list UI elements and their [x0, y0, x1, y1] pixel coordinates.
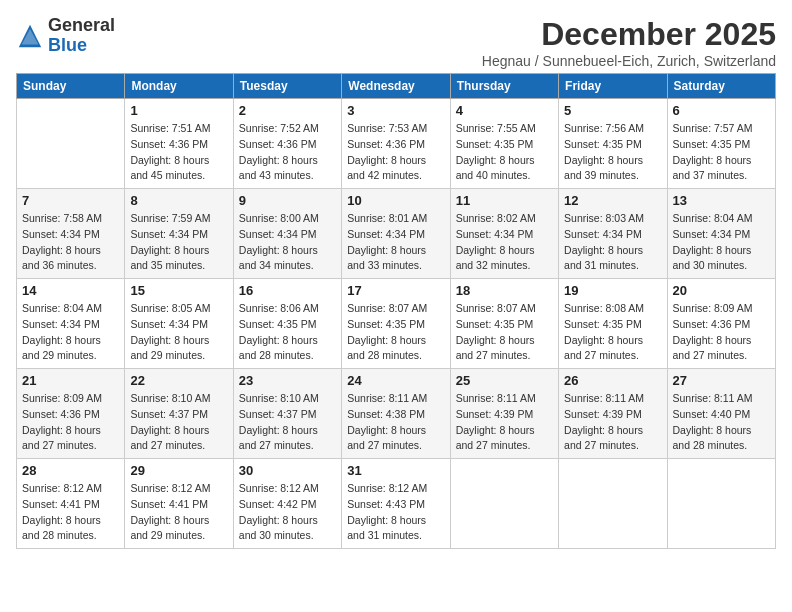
day-info: Sunrise: 8:09 AMSunset: 4:36 PMDaylight:… [22, 391, 119, 454]
day-number: 6 [673, 103, 770, 118]
calendar-cell: 3Sunrise: 7:53 AMSunset: 4:36 PMDaylight… [342, 99, 450, 189]
day-number: 16 [239, 283, 336, 298]
day-number: 15 [130, 283, 227, 298]
weekday-header: Sunday [17, 74, 125, 99]
calendar-cell: 17Sunrise: 8:07 AMSunset: 4:35 PMDayligh… [342, 279, 450, 369]
day-info: Sunrise: 8:12 AMSunset: 4:41 PMDaylight:… [130, 481, 227, 544]
day-info: Sunrise: 7:52 AMSunset: 4:36 PMDaylight:… [239, 121, 336, 184]
calendar-week-row: 1Sunrise: 7:51 AMSunset: 4:36 PMDaylight… [17, 99, 776, 189]
day-number: 28 [22, 463, 119, 478]
title-block: December 2025 Hegnau / Sunnebueel-Eich, … [482, 16, 776, 69]
calendar-cell [450, 459, 558, 549]
day-number: 9 [239, 193, 336, 208]
weekday-header: Wednesday [342, 74, 450, 99]
calendar-cell: 18Sunrise: 8:07 AMSunset: 4:35 PMDayligh… [450, 279, 558, 369]
day-info: Sunrise: 8:10 AMSunset: 4:37 PMDaylight:… [239, 391, 336, 454]
location-subtitle: Hegnau / Sunnebueel-Eich, Zurich, Switze… [482, 53, 776, 69]
day-number: 11 [456, 193, 553, 208]
day-number: 5 [564, 103, 661, 118]
calendar-cell: 15Sunrise: 8:05 AMSunset: 4:34 PMDayligh… [125, 279, 233, 369]
day-info: Sunrise: 8:11 AMSunset: 4:38 PMDaylight:… [347, 391, 444, 454]
logo: General Blue [16, 16, 115, 56]
day-number: 7 [22, 193, 119, 208]
day-info: Sunrise: 8:12 AMSunset: 4:43 PMDaylight:… [347, 481, 444, 544]
calendar-cell: 12Sunrise: 8:03 AMSunset: 4:34 PMDayligh… [559, 189, 667, 279]
calendar-cell: 21Sunrise: 8:09 AMSunset: 4:36 PMDayligh… [17, 369, 125, 459]
day-info: Sunrise: 8:01 AMSunset: 4:34 PMDaylight:… [347, 211, 444, 274]
day-info: Sunrise: 8:07 AMSunset: 4:35 PMDaylight:… [456, 301, 553, 364]
calendar-cell: 22Sunrise: 8:10 AMSunset: 4:37 PMDayligh… [125, 369, 233, 459]
day-number: 27 [673, 373, 770, 388]
calendar-cell: 19Sunrise: 8:08 AMSunset: 4:35 PMDayligh… [559, 279, 667, 369]
day-info: Sunrise: 7:57 AMSunset: 4:35 PMDaylight:… [673, 121, 770, 184]
day-number: 17 [347, 283, 444, 298]
day-number: 18 [456, 283, 553, 298]
calendar-week-row: 7Sunrise: 7:58 AMSunset: 4:34 PMDaylight… [17, 189, 776, 279]
weekday-header: Friday [559, 74, 667, 99]
day-info: Sunrise: 8:04 AMSunset: 4:34 PMDaylight:… [22, 301, 119, 364]
calendar-cell: 4Sunrise: 7:55 AMSunset: 4:35 PMDaylight… [450, 99, 558, 189]
weekday-header: Thursday [450, 74, 558, 99]
day-number: 31 [347, 463, 444, 478]
day-info: Sunrise: 7:59 AMSunset: 4:34 PMDaylight:… [130, 211, 227, 274]
day-info: Sunrise: 7:58 AMSunset: 4:34 PMDaylight:… [22, 211, 119, 274]
calendar-cell: 16Sunrise: 8:06 AMSunset: 4:35 PMDayligh… [233, 279, 341, 369]
day-number: 13 [673, 193, 770, 208]
calendar-cell: 24Sunrise: 8:11 AMSunset: 4:38 PMDayligh… [342, 369, 450, 459]
calendar-cell: 7Sunrise: 7:58 AMSunset: 4:34 PMDaylight… [17, 189, 125, 279]
day-info: Sunrise: 8:12 AMSunset: 4:42 PMDaylight:… [239, 481, 336, 544]
calendar-cell: 27Sunrise: 8:11 AMSunset: 4:40 PMDayligh… [667, 369, 775, 459]
calendar-cell [667, 459, 775, 549]
day-info: Sunrise: 8:10 AMSunset: 4:37 PMDaylight:… [130, 391, 227, 454]
logo-icon [16, 22, 44, 50]
day-info: Sunrise: 7:53 AMSunset: 4:36 PMDaylight:… [347, 121, 444, 184]
day-info: Sunrise: 8:04 AMSunset: 4:34 PMDaylight:… [673, 211, 770, 274]
calendar-cell: 2Sunrise: 7:52 AMSunset: 4:36 PMDaylight… [233, 99, 341, 189]
weekday-header: Saturday [667, 74, 775, 99]
day-number: 22 [130, 373, 227, 388]
day-info: Sunrise: 7:56 AMSunset: 4:35 PMDaylight:… [564, 121, 661, 184]
weekday-header: Tuesday [233, 74, 341, 99]
day-number: 20 [673, 283, 770, 298]
calendar-cell: 28Sunrise: 8:12 AMSunset: 4:41 PMDayligh… [17, 459, 125, 549]
day-number: 14 [22, 283, 119, 298]
calendar-cell: 13Sunrise: 8:04 AMSunset: 4:34 PMDayligh… [667, 189, 775, 279]
logo-blue-text: Blue [48, 35, 87, 55]
day-number: 8 [130, 193, 227, 208]
day-number: 30 [239, 463, 336, 478]
calendar-cell: 26Sunrise: 8:11 AMSunset: 4:39 PMDayligh… [559, 369, 667, 459]
day-number: 19 [564, 283, 661, 298]
calendar-cell: 8Sunrise: 7:59 AMSunset: 4:34 PMDaylight… [125, 189, 233, 279]
calendar-cell: 14Sunrise: 8:04 AMSunset: 4:34 PMDayligh… [17, 279, 125, 369]
day-info: Sunrise: 8:02 AMSunset: 4:34 PMDaylight:… [456, 211, 553, 274]
calendar-cell: 9Sunrise: 8:00 AMSunset: 4:34 PMDaylight… [233, 189, 341, 279]
day-number: 3 [347, 103, 444, 118]
day-number: 24 [347, 373, 444, 388]
calendar-header-row: SundayMondayTuesdayWednesdayThursdayFrid… [17, 74, 776, 99]
day-info: Sunrise: 8:07 AMSunset: 4:35 PMDaylight:… [347, 301, 444, 364]
calendar-week-row: 21Sunrise: 8:09 AMSunset: 4:36 PMDayligh… [17, 369, 776, 459]
day-number: 4 [456, 103, 553, 118]
month-title: December 2025 [482, 16, 776, 53]
day-info: Sunrise: 8:05 AMSunset: 4:34 PMDaylight:… [130, 301, 227, 364]
calendar-cell [17, 99, 125, 189]
calendar-cell: 30Sunrise: 8:12 AMSunset: 4:42 PMDayligh… [233, 459, 341, 549]
day-info: Sunrise: 8:11 AMSunset: 4:39 PMDaylight:… [564, 391, 661, 454]
day-number: 26 [564, 373, 661, 388]
calendar-week-row: 14Sunrise: 8:04 AMSunset: 4:34 PMDayligh… [17, 279, 776, 369]
calendar-table: SundayMondayTuesdayWednesdayThursdayFrid… [16, 73, 776, 549]
day-number: 29 [130, 463, 227, 478]
day-info: Sunrise: 8:09 AMSunset: 4:36 PMDaylight:… [673, 301, 770, 364]
calendar-cell: 23Sunrise: 8:10 AMSunset: 4:37 PMDayligh… [233, 369, 341, 459]
day-number: 21 [22, 373, 119, 388]
calendar-cell: 6Sunrise: 7:57 AMSunset: 4:35 PMDaylight… [667, 99, 775, 189]
calendar-cell: 1Sunrise: 7:51 AMSunset: 4:36 PMDaylight… [125, 99, 233, 189]
day-info: Sunrise: 8:12 AMSunset: 4:41 PMDaylight:… [22, 481, 119, 544]
logo-general-text: General [48, 15, 115, 35]
calendar-cell: 20Sunrise: 8:09 AMSunset: 4:36 PMDayligh… [667, 279, 775, 369]
calendar-cell: 31Sunrise: 8:12 AMSunset: 4:43 PMDayligh… [342, 459, 450, 549]
day-info: Sunrise: 8:06 AMSunset: 4:35 PMDaylight:… [239, 301, 336, 364]
calendar-cell [559, 459, 667, 549]
day-number: 1 [130, 103, 227, 118]
day-number: 12 [564, 193, 661, 208]
